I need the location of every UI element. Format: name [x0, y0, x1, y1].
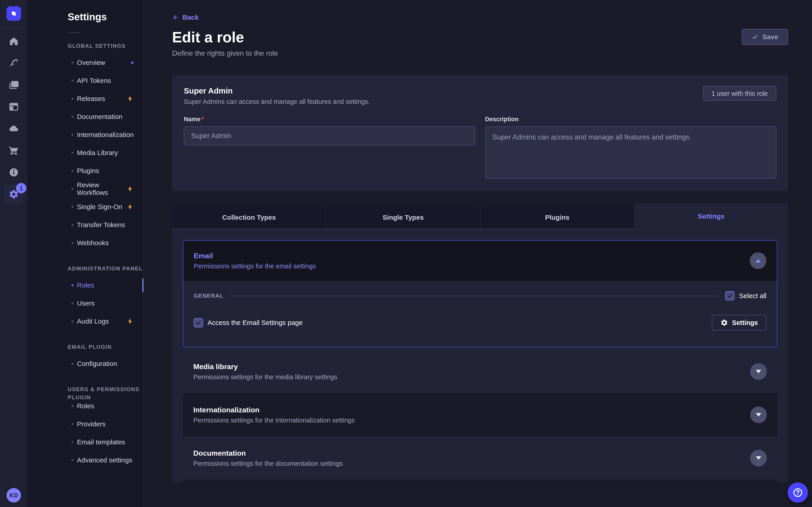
rail-icon-list: 1	[8, 36, 19, 200]
bullet-icon	[71, 98, 73, 100]
bullet-icon	[71, 206, 73, 208]
settings-subnav: Settings GLOBAL SETTINGS Overview API To…	[28, 0, 144, 507]
role-card: Super Admin Super Admins can access and …	[172, 75, 788, 191]
active-item-indicator	[142, 278, 144, 292]
strapi-logo-glyph	[9, 9, 18, 18]
icon-rail: 1 KD	[0, 0, 28, 507]
chevron-down-icon	[756, 413, 761, 417]
subnav-rule	[68, 33, 80, 33]
subnav-item-users[interactable]: Users	[28, 294, 144, 312]
bullet-icon	[71, 80, 73, 81]
subnav-title: Settings	[68, 11, 144, 22]
gear-icon	[720, 319, 728, 327]
help-button[interactable]	[788, 483, 808, 503]
accordion-subtitle: Permissions settings for the Internation…	[193, 416, 355, 424]
select-all-checkbox[interactable]	[725, 291, 734, 300]
strapi-logo[interactable]	[6, 6, 21, 21]
subnav-item-documentation[interactable]: Documentation	[28, 108, 144, 126]
subnav-item-transfer-tokens[interactable]: Transfer Tokens	[28, 216, 144, 234]
description-label: Description	[485, 116, 776, 123]
description-field-group: Description Super Admins can access and …	[485, 116, 776, 180]
subnav-item-advanced-settings[interactable]: Advanced settings	[28, 451, 144, 469]
subnav-item-configuration[interactable]: Configuration	[28, 355, 144, 373]
accordion-plugins-marketplace[interactable]: Plugins and marketplace	[183, 480, 777, 482]
subnav-item-email-templates[interactable]: Email templates	[28, 433, 144, 451]
update-dot-icon	[131, 61, 134, 64]
name-input[interactable]	[184, 126, 475, 145]
name-label: Name*	[184, 116, 475, 123]
lightning-bolt-icon	[127, 318, 134, 325]
user-avatar[interactable]: KD	[6, 488, 21, 503]
info-icon[interactable]	[8, 167, 19, 178]
users-with-role-button[interactable]: 1 user with this role	[703, 86, 776, 101]
access-email-settings-checkbox[interactable]	[194, 318, 203, 327]
cloud-icon[interactable]	[8, 123, 19, 134]
subnav-item-api-tokens[interactable]: API Tokens	[28, 72, 144, 90]
accordion-documentation[interactable]: Documentation Permissions settings for t…	[183, 437, 777, 480]
expand-button[interactable]	[750, 406, 767, 423]
subnav-item-review-workflows[interactable]: Review Workflows	[28, 180, 144, 198]
name-field-group: Name*	[184, 116, 475, 180]
page-header: Edit a role Define the rights given to t…	[172, 29, 788, 57]
description-textarea[interactable]: Super Admins can access and manage all f…	[485, 126, 776, 179]
expand-button[interactable]	[750, 450, 767, 466]
tab-settings[interactable]: Settings	[634, 204, 788, 229]
section-global-settings: GLOBAL SETTINGS	[68, 42, 144, 50]
section-divider	[230, 296, 719, 296]
checkmark-icon	[195, 320, 201, 326]
page-title: Edit a role	[172, 29, 278, 46]
accordion-email-body: GENERAL Select all Access the Email Se	[184, 281, 777, 347]
bullet-icon	[71, 459, 73, 461]
subnav-item-releases[interactable]: Releases	[28, 90, 144, 108]
settings-gear-icon[interactable]: 1	[8, 189, 19, 200]
tab-single-types[interactable]: Single Types	[326, 206, 480, 229]
marketplace-cart-icon[interactable]	[8, 145, 19, 156]
subnav-item-plugins[interactable]: Plugins	[28, 162, 144, 180]
tab-collection-types[interactable]: Collection Types	[172, 206, 326, 229]
bullet-icon	[71, 134, 73, 136]
subnav-item-providers[interactable]: Providers	[28, 415, 144, 433]
general-section-label: GENERAL	[194, 293, 223, 299]
subnav-item-internationalization[interactable]: Internationalization	[28, 126, 144, 144]
content-manager-feather-icon[interactable]	[8, 58, 19, 68]
page-subtitle: Define the rights given to the role	[172, 49, 278, 57]
bullet-icon	[71, 116, 73, 118]
bullet-icon	[71, 62, 73, 64]
accordion-email: Email Permissions settings for the email…	[183, 240, 777, 347]
subnav-item-media-library[interactable]: Media Library	[28, 144, 144, 162]
bullet-icon	[71, 321, 73, 322]
accordion-subtitle: Permissions settings for the media libra…	[193, 373, 337, 381]
accordion-subtitle: Permissions settings for the documentati…	[193, 460, 343, 467]
chevron-up-icon	[755, 259, 761, 263]
email-settings-button[interactable]: Settings	[712, 315, 766, 331]
subnav-item-audit-logs[interactable]: Audit Logs	[28, 312, 144, 330]
lightning-bolt-icon	[127, 95, 134, 102]
section-administration-panel: ADMINISTRATION PANEL	[68, 265, 144, 273]
media-library-icon[interactable]	[8, 79, 19, 90]
strapi-admin: 1 KD Settings GLOBAL SETTINGS Overview A…	[0, 0, 812, 507]
content-type-builder-icon[interactable]	[8, 101, 19, 112]
expand-button[interactable]	[750, 363, 767, 380]
save-button[interactable]: Save	[742, 29, 788, 45]
accordion-internationalization[interactable]: Internationalization Permissions setting…	[183, 393, 777, 437]
access-email-settings-label: Access the Email Settings page	[207, 319, 303, 327]
subnav-item-roles-admin[interactable]: Roles	[28, 276, 144, 294]
settings-permissions-panel: Email Permissions settings for the email…	[172, 229, 788, 482]
accordion-title: Email	[194, 251, 316, 260]
bullet-icon	[71, 423, 73, 425]
back-link[interactable]: Back	[172, 13, 199, 21]
tab-plugins[interactable]: Plugins	[480, 206, 634, 229]
bullet-icon	[71, 441, 73, 443]
bullet-icon	[71, 302, 73, 304]
accordion-media-library[interactable]: Media library Permissions settings for t…	[183, 350, 777, 393]
chevron-down-icon	[756, 370, 761, 374]
accordion-email-header[interactable]: Email Permissions settings for the email…	[184, 241, 777, 281]
collapse-button[interactable]	[750, 252, 766, 269]
home-icon[interactable]	[8, 36, 19, 47]
subnav-item-single-sign-on[interactable]: Single Sign-On	[28, 198, 144, 216]
role-description-text: Super Admins can access and manage all f…	[184, 98, 370, 105]
bullet-icon	[71, 405, 73, 407]
section-users-permissions-plugin: USERS & PERMISSIONS PLUGIN	[68, 385, 144, 393]
subnav-item-overview[interactable]: Overview	[28, 54, 144, 72]
subnav-item-webhooks[interactable]: Webhooks	[28, 234, 144, 252]
